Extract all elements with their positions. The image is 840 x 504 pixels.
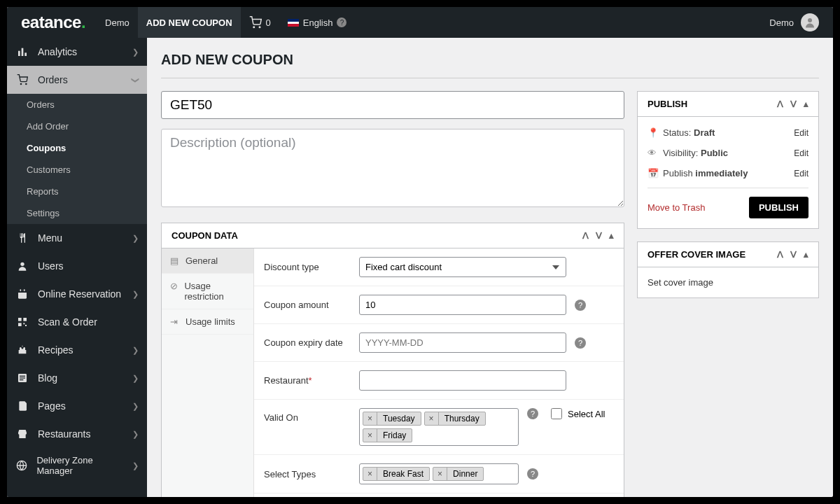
discount-type-select[interactable]: Fixed cart discount xyxy=(359,257,566,277)
sidebar-item-blog[interactable]: Blog ❯ xyxy=(7,364,147,392)
panel-down-icon[interactable]: ᐯ xyxy=(596,230,602,241)
remove-tag-icon[interactable]: × xyxy=(433,468,447,480)
user-icon xyxy=(15,259,29,273)
help-icon[interactable]: ? xyxy=(575,337,586,349)
sidebar-item-analytics[interactable]: Analytics ❯ xyxy=(7,38,147,66)
panel-collapse-icon[interactable]: ▴ xyxy=(609,230,614,241)
panel-title: PUBLISH xyxy=(648,99,687,109)
edit-publish-link[interactable]: Edit xyxy=(794,169,808,178)
panel-down-icon[interactable]: ᐯ xyxy=(790,249,797,260)
coupon-code-input[interactable] xyxy=(161,91,624,119)
remove-tag-icon[interactable]: × xyxy=(363,429,377,442)
sidebar-sub-orders[interactable]: Orders xyxy=(7,94,147,115)
svg-point-8 xyxy=(20,262,24,266)
logo-text: eatance xyxy=(21,13,81,31)
description-input[interactable] xyxy=(161,129,624,207)
sidebar-item-media[interactable]: Media ❯ xyxy=(7,489,147,497)
calendar-icon xyxy=(15,287,29,301)
tag-breakfast: ×Break Fast xyxy=(363,467,430,481)
sidebar-sub-add-order[interactable]: Add Order xyxy=(7,115,147,137)
move-to-trash-link[interactable]: Move to Trash xyxy=(648,202,705,213)
remove-tag-icon[interactable]: × xyxy=(363,468,377,480)
sidebar-item-recipes[interactable]: Recipes ❯ xyxy=(7,336,147,364)
topnav-cart[interactable]: 0 xyxy=(241,16,279,29)
svg-rect-19 xyxy=(20,376,25,377)
sidebar-item-users[interactable]: Users xyxy=(7,252,147,280)
user-name[interactable]: Demo xyxy=(769,18,794,28)
sidebar-sub-coupons[interactable]: Coupons xyxy=(7,137,147,159)
sidebar-item-label: Pages xyxy=(38,400,66,412)
remove-tag-icon[interactable]: × xyxy=(363,412,377,425)
chevron-right-icon: ❯ xyxy=(132,402,139,411)
sidebar-sub-reports[interactable]: Reports xyxy=(7,181,147,202)
sidebar-item-label: Scan & Order xyxy=(38,316,97,328)
restaurant-label: Restaurant* xyxy=(264,375,351,386)
restaurant-input[interactable] xyxy=(359,370,566,391)
select-types-tagbox[interactable]: ×Break Fast ×Dinner xyxy=(359,463,519,484)
edit-status-link[interactable]: Edit xyxy=(794,128,808,138)
sidebar: Analytics ❯ Orders ❯ Orders Add Order Co… xyxy=(7,38,147,497)
panel-up-icon[interactable]: ᐱ xyxy=(777,249,783,260)
sidebar-item-delivery-zone[interactable]: Delivery Zone Manager ❯ xyxy=(7,448,147,483)
panel-collapse-icon[interactable]: ▴ xyxy=(804,99,808,109)
sidebar-item-label: Users xyxy=(38,260,64,272)
sidebar-item-orders[interactable]: Orders ❯ xyxy=(7,66,147,94)
tag-dinner: ×Dinner xyxy=(433,467,484,481)
logo-dot: . xyxy=(81,13,85,31)
help-icon[interactable]: ? xyxy=(337,18,346,27)
select-all-checkbox[interactable] xyxy=(551,408,562,419)
sidebar-item-scan-order[interactable]: Scan & Order xyxy=(7,308,147,336)
sidebar-item-online-reservation[interactable]: Online Reservation ❯ xyxy=(7,280,147,308)
panel-down-icon[interactable]: ᐯ xyxy=(790,99,797,109)
valid-on-tagbox[interactable]: ×Tuesday ×Thursday ×Friday xyxy=(359,408,519,446)
help-icon[interactable]: ? xyxy=(527,468,538,479)
sidebar-item-menu[interactable]: Menu ❯ xyxy=(7,224,147,252)
panel-title: OFFER COVER IMAGE xyxy=(648,249,746,260)
panel-up-icon[interactable]: ᐱ xyxy=(582,230,589,241)
set-cover-image-link[interactable]: Set cover image xyxy=(638,267,818,298)
help-icon[interactable]: ? xyxy=(527,408,538,419)
edit-visibility-link[interactable]: Edit xyxy=(794,148,808,158)
svg-point-6 xyxy=(20,83,21,84)
discount-type-label: Discount type xyxy=(264,262,351,272)
cart-icon xyxy=(249,16,262,29)
remove-tag-icon[interactable]: × xyxy=(425,412,439,425)
topnav-demo[interactable]: Demo xyxy=(97,7,138,38)
cart-icon xyxy=(15,73,29,87)
panel-up-icon[interactable]: ᐱ xyxy=(777,99,783,109)
tag-friday: ×Friday xyxy=(363,428,412,442)
sidebar-sub-settings[interactable]: Settings xyxy=(7,202,147,224)
select-types-label: Select Types xyxy=(264,469,351,479)
chevron-right-icon: ❯ xyxy=(132,374,139,383)
status-text: Status: Draft xyxy=(663,127,715,138)
chevron-down-icon: ❯ xyxy=(131,77,140,83)
coupon-amount-input[interactable] xyxy=(359,295,566,315)
page-title: ADD NEW COUPON xyxy=(161,52,819,78)
tab-general[interactable]: ▤ General xyxy=(162,248,253,274)
sidebar-item-restaurants[interactable]: Restaurants ❯ xyxy=(7,420,147,448)
blog-icon xyxy=(15,371,29,385)
publish-button[interactable]: PUBLISH xyxy=(749,197,808,218)
avatar[interactable] xyxy=(801,13,819,31)
visibility-text: Visibility: Public xyxy=(663,148,728,158)
panel-collapse-icon[interactable]: ▴ xyxy=(804,249,808,260)
tab-usage-limits[interactable]: ⇥ Usage limits xyxy=(162,309,253,335)
ticket-icon: ▤ xyxy=(170,255,180,266)
sidebar-item-label: Orders xyxy=(38,74,68,85)
sidebar-sub-customers[interactable]: Customers xyxy=(7,159,147,181)
flag-icon xyxy=(288,19,299,27)
sidebar-item-label: Restaurants xyxy=(38,428,90,440)
topnav-language[interactable]: English ? xyxy=(279,18,356,28)
coupon-data-panel: COUPON DATA ᐱ ᐯ ▴ ▤ General xyxy=(161,223,624,497)
svg-rect-5 xyxy=(24,52,27,56)
tab-usage-restriction[interactable]: ⊘ Usage restriction xyxy=(162,274,253,309)
cover-image-panel: OFFER COVER IMAGE ᐱ ᐯ ▴ Set cover image xyxy=(637,241,819,298)
help-icon[interactable]: ? xyxy=(575,300,586,311)
logo[interactable]: eatance. xyxy=(13,13,97,32)
calendar-icon: 📅 xyxy=(648,168,657,178)
topnav-add-new-coupon[interactable]: ADD NEW COUPON xyxy=(138,7,241,38)
chevron-right-icon: ❯ xyxy=(132,430,139,439)
eye-icon: 👁 xyxy=(648,148,657,158)
expiry-input[interactable] xyxy=(359,332,566,353)
sidebar-item-pages[interactable]: Pages ❯ xyxy=(7,392,147,420)
